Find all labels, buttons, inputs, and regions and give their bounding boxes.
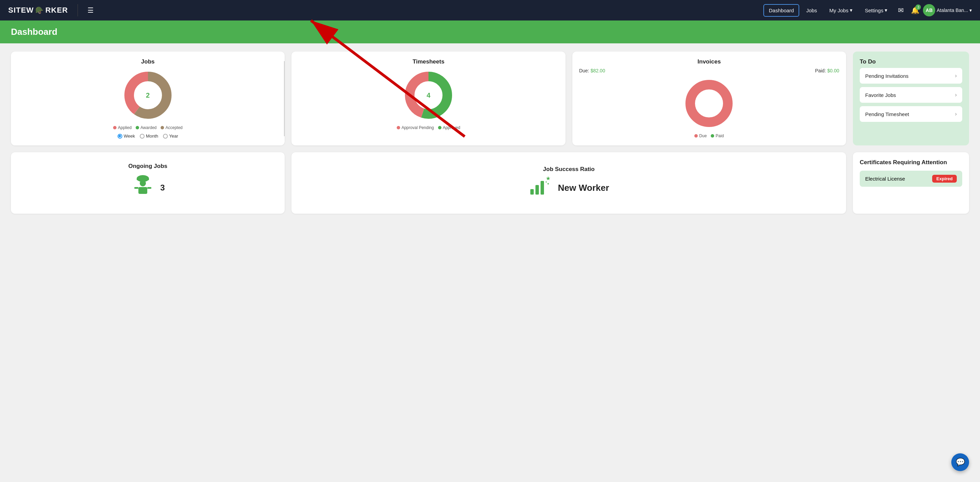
ongoing-jobs-count: 3	[160, 183, 165, 192]
accepted-dot	[161, 126, 164, 129]
certificates-card: Certificates Requiring Attention Electri…	[853, 152, 969, 214]
jobs-count: 2	[146, 92, 150, 99]
cert-item-electrical[interactable]: Electrical License Expired	[860, 171, 962, 187]
nav-link-settings[interactable]: Settings ▾	[859, 4, 893, 17]
paid-dot	[711, 134, 714, 138]
navbar: SITEW🪖RKER ☰ Dashboard Jobs My Jobs ▾ Se…	[0, 0, 980, 21]
nav-link-dashboard[interactable]: Dashboard	[764, 4, 799, 17]
nav-divider	[78, 4, 78, 16]
jobs-donut-container: 2	[18, 68, 278, 122]
jobs-radio-group: Week Month Year	[18, 133, 278, 139]
new-worker-label: New Worker	[558, 182, 609, 193]
svg-rect-8	[138, 187, 147, 194]
legend-due: Due	[694, 133, 706, 138]
legend-applied: Applied	[113, 125, 132, 130]
page-header: Dashboard	[0, 21, 980, 43]
approved-dot	[438, 126, 441, 129]
expired-badge: Expired	[932, 175, 957, 182]
todo-item-pending-timesheet[interactable]: Pending Timesheet ›	[860, 106, 962, 122]
jobs-card-title: Jobs	[18, 59, 278, 65]
legend-approved: Approved	[438, 125, 460, 130]
user-name[interactable]: Atalanta Ban... ▾	[937, 8, 972, 13]
svg-text:✦: ✦	[545, 181, 547, 184]
chat-button[interactable]: 💬	[951, 453, 969, 471]
svg-rect-11	[530, 189, 534, 195]
invoices-donut-container	[579, 76, 839, 131]
todo-card-title: To Do	[860, 59, 962, 65]
radio-month[interactable]: Month	[140, 133, 158, 139]
legend-approval-pending: Approval Pending	[397, 125, 434, 130]
radio-year[interactable]: Year	[163, 133, 178, 139]
chevron-right-icon: ›	[955, 111, 957, 117]
chevron-down-icon: ▾	[850, 7, 853, 13]
hamburger-icon[interactable]: ☰	[88, 6, 94, 14]
timesheets-count: 4	[426, 92, 430, 99]
svg-point-7	[140, 180, 146, 186]
bell-button[interactable]: 🔔 3	[908, 4, 921, 17]
svg-rect-6	[137, 179, 149, 180]
ongoing-jobs-inner: 3	[131, 172, 165, 203]
logo-hat-icon: 🪖	[35, 6, 44, 14]
worker-icon	[131, 172, 155, 201]
mail-button[interactable]: ✉	[894, 4, 907, 17]
cert-label: Electrical License	[865, 176, 905, 182]
certificates-title: Certificates Requiring Attention	[860, 159, 962, 166]
main-content: Jobs 2 Applied Awarded Accepted	[0, 43, 980, 222]
chevron-down-icon: ▾	[969, 8, 972, 13]
applied-dot	[113, 126, 116, 129]
job-success-title: Job Success Ratio	[543, 166, 595, 173]
legend-paid: Paid	[711, 133, 724, 138]
ongoing-jobs-card: Ongoing Jobs 3	[11, 152, 285, 214]
paid-label: Paid:	[815, 68, 826, 73]
nav-link-jobs[interactable]: Jobs	[800, 4, 822, 17]
todo-item-label: Pending Invitations	[865, 73, 908, 79]
legend-awarded: Awarded	[136, 125, 156, 130]
svg-rect-12	[535, 185, 539, 195]
svg-point-4	[690, 85, 728, 122]
radio-week-circle[interactable]	[118, 134, 123, 139]
timesheets-legend: Approval Pending Approved	[298, 125, 558, 130]
todo-item-pending-invitations[interactable]: Pending Invitations ›	[860, 68, 962, 84]
jobs-card: Jobs 2 Applied Awarded Accepted	[11, 52, 285, 146]
mail-icon: ✉	[898, 6, 904, 14]
todo-item-favorite-jobs[interactable]: Favorite Jobs ›	[860, 87, 962, 103]
svg-rect-9	[134, 187, 138, 189]
chart-icon: ★ ✦ ✦	[528, 176, 552, 200]
page-title: Dashboard	[11, 27, 969, 37]
invoices-card: Invoices Due: $82.00 Paid: $0.00 Due	[572, 52, 846, 146]
timesheets-card-title: Timesheets	[298, 59, 558, 65]
awarded-dot	[136, 126, 139, 129]
invoice-amounts: Due: $82.00 Paid: $0.00	[579, 68, 839, 73]
invoices-donut-chart	[682, 76, 737, 131]
notification-badge: 3	[915, 5, 921, 10]
due-dot	[694, 134, 698, 138]
logo[interactable]: SITEW🪖RKER	[8, 6, 68, 15]
todo-card: To Do Pending Invitations › Favorite Job…	[853, 52, 969, 146]
jobs-legend: Applied Awarded Accepted	[18, 125, 278, 130]
approval-pending-dot	[397, 126, 400, 129]
todo-items: Pending Invitations › Favorite Jobs › Pe…	[860, 68, 962, 122]
invoices-legend: Due Paid	[579, 133, 839, 138]
chevron-down-icon: ▾	[885, 7, 888, 13]
success-inner: ★ ✦ ✦ New Worker	[528, 176, 609, 200]
radio-month-circle[interactable]	[140, 134, 145, 139]
timesheets-card: Timesheets 4 Approval Pending Approved	[291, 52, 565, 146]
svg-rect-13	[541, 181, 544, 195]
todo-item-label: Pending Timesheet	[865, 111, 909, 117]
chat-icon: 💬	[956, 458, 965, 467]
job-success-card: Job Success Ratio ★ ✦ ✦ New Worker	[291, 152, 846, 214]
chevron-right-icon: ›	[955, 92, 957, 98]
nav-link-my-jobs[interactable]: My Jobs ▾	[824, 4, 858, 17]
radio-year-circle[interactable]	[163, 134, 168, 139]
todo-item-label: Favorite Jobs	[865, 92, 896, 98]
svg-rect-10	[147, 187, 151, 189]
radio-week[interactable]: Week	[118, 133, 135, 139]
due-label: Due:	[579, 68, 589, 73]
due-amount: $82.00	[590, 68, 605, 73]
avatar[interactable]: AB	[923, 4, 935, 16]
invoices-card-title: Invoices	[579, 59, 839, 65]
nav-links: Dashboard Jobs My Jobs ▾ Settings ▾ ✉ 🔔 …	[764, 4, 972, 17]
ongoing-jobs-title: Ongoing Jobs	[129, 163, 167, 170]
chevron-right-icon: ›	[955, 73, 957, 79]
paid-amount: $0.00	[827, 68, 839, 73]
